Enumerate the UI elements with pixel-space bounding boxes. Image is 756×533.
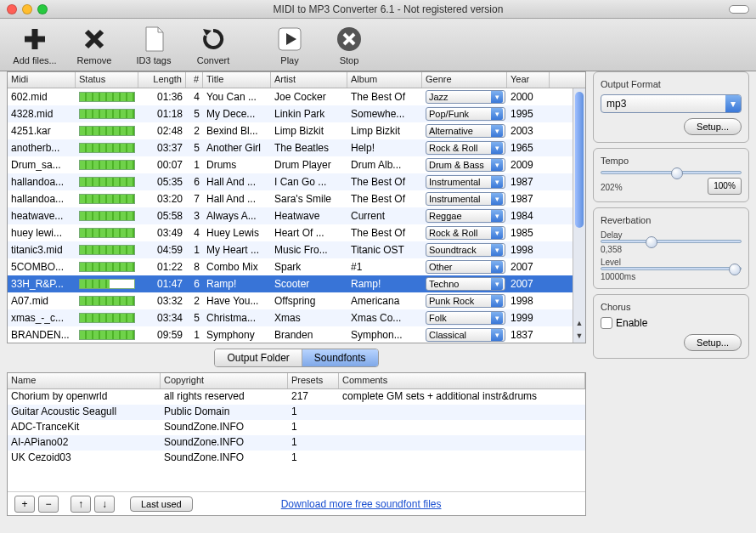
sf-col-name[interactable]: Name bbox=[8, 373, 161, 388]
cell-num: 1 bbox=[186, 243, 203, 257]
cell-year: 1998 bbox=[507, 243, 550, 257]
col-artist[interactable]: Artist bbox=[271, 72, 347, 88]
output-format-combo[interactable]: mp3 bbox=[601, 94, 742, 113]
remove-button[interactable]: Remove bbox=[70, 25, 119, 65]
chorus-setup-button[interactable]: Setup... bbox=[684, 334, 742, 351]
cell-artist: Limp Bizkit bbox=[271, 124, 347, 138]
cell-midi: A07.mid bbox=[8, 294, 76, 308]
table-row[interactable]: 602.mid01:364You Can ...Joe CockerThe Be… bbox=[8, 88, 585, 105]
tempo-reset-button[interactable]: 100% bbox=[708, 178, 742, 195]
table-row[interactable]: 33H_R&P...01:476Ramp!ScooterRamp!Techno2… bbox=[8, 275, 585, 292]
cell-status bbox=[76, 261, 138, 273]
table-row[interactable]: BRANDEN...09:591SymphonyBrandenSymphon..… bbox=[8, 326, 585, 343]
soundfont-row[interactable]: AI-APiano02SoundZone.INFO1 bbox=[8, 435, 585, 451]
genre-combo[interactable]: Folk bbox=[426, 311, 505, 325]
sf-col-presets[interactable]: Presets bbox=[288, 373, 339, 388]
id3-tags-button[interactable]: ID3 tags bbox=[129, 25, 178, 65]
genre-combo[interactable]: Instrumental bbox=[426, 175, 505, 189]
toolbar-toggle-button[interactable] bbox=[729, 5, 749, 14]
stop-button[interactable]: Stop bbox=[324, 25, 374, 65]
tab-output-folder[interactable]: Output Folder bbox=[215, 349, 302, 366]
sf-move-down-button[interactable]: ↓ bbox=[94, 496, 115, 513]
output-setup-button[interactable]: Setup... bbox=[684, 118, 742, 135]
table-row[interactable]: heatwave...05:583Always A...HeatwaveCurr… bbox=[8, 207, 585, 224]
sf-remove-button[interactable]: − bbox=[38, 496, 59, 513]
cell-year: 2000 bbox=[507, 90, 550, 104]
cell-num: 5 bbox=[186, 107, 203, 121]
cell-length: 01:47 bbox=[138, 277, 186, 291]
zoom-button[interactable] bbox=[37, 4, 48, 14]
cell-album: #1 bbox=[347, 260, 422, 274]
genre-combo[interactable]: Drum & Bass bbox=[426, 158, 505, 172]
genre-combo[interactable]: Rock & Roll bbox=[426, 226, 505, 240]
reverb-delay-slider[interactable] bbox=[601, 240, 742, 243]
table-row[interactable]: xmas_-_c...03:345Christma...XmasXmas Co.… bbox=[8, 309, 585, 326]
scrollbar-thumb[interactable] bbox=[575, 92, 584, 228]
cell-title: Hall And ... bbox=[203, 175, 271, 189]
sf-col-comments[interactable]: Comments bbox=[339, 373, 585, 388]
cell-num: 1 bbox=[186, 328, 203, 342]
download-soundfonts-link[interactable]: Download more free soundfont files bbox=[281, 498, 442, 510]
cell-album: Limp Bizkit bbox=[347, 124, 422, 138]
col-year[interactable]: Year bbox=[507, 72, 550, 88]
sf-add-button[interactable]: + bbox=[14, 496, 35, 513]
col-length[interactable]: Length bbox=[138, 72, 186, 88]
reverb-level-slider[interactable] bbox=[601, 267, 742, 270]
genre-combo[interactable]: Classical bbox=[426, 328, 505, 342]
cell-num: 4 bbox=[186, 226, 203, 240]
tempo-slider[interactable] bbox=[601, 171, 742, 174]
soundfont-row[interactable]: ADC-TranceKitSoundZone.INFO1 bbox=[8, 420, 585, 435]
col-midi[interactable]: Midi bbox=[8, 72, 76, 88]
genre-combo[interactable]: Other bbox=[426, 260, 505, 274]
bottom-tabs: Output Folder Soundfonts bbox=[214, 349, 378, 367]
scroll-down-icon[interactable]: ▼ bbox=[573, 330, 585, 343]
play-icon bbox=[275, 25, 304, 54]
genre-combo[interactable]: Techno bbox=[426, 277, 505, 291]
play-button[interactable]: Play bbox=[265, 25, 314, 65]
sf-move-up-button[interactable]: ↑ bbox=[71, 496, 91, 513]
col-num[interactable]: # bbox=[186, 72, 203, 88]
genre-combo[interactable]: Soundtrack bbox=[426, 243, 505, 257]
table-row[interactable]: huey lewi...03:494Huey LewisHeart Of ...… bbox=[8, 224, 585, 241]
tab-soundfonts[interactable]: Soundfonts bbox=[302, 349, 378, 366]
last-used-button[interactable]: Last used bbox=[130, 496, 193, 512]
table-row[interactable]: 4328.mid01:185My Dece...Linkin ParkSomew… bbox=[8, 105, 585, 122]
sf-col-copyright[interactable]: Copyright bbox=[161, 373, 288, 388]
table-scrollbar[interactable]: ▲ ▼ bbox=[573, 88, 585, 343]
minimize-button[interactable] bbox=[22, 4, 32, 14]
soundfont-row[interactable]: UK Cezoid03SoundZone.INFO1 bbox=[8, 451, 585, 466]
cell-status bbox=[76, 142, 138, 154]
cell-num: 2 bbox=[186, 124, 203, 138]
soundfont-row[interactable]: Chorium by openwrldall rights reserved21… bbox=[8, 389, 585, 405]
chorus-enable-checkbox[interactable]: Enable bbox=[601, 317, 742, 329]
midi-file-table: Midi Status Length # Title Artist Album … bbox=[7, 71, 586, 343]
genre-combo[interactable]: Instrumental bbox=[426, 192, 505, 206]
col-title[interactable]: Title bbox=[203, 72, 271, 88]
table-row[interactable]: titanic3.mid04:591My Heart ...Music Fro.… bbox=[8, 241, 585, 258]
table-row[interactable]: 4251.kar02:482Bexind Bl...Limp BizkitLim… bbox=[8, 122, 585, 139]
genre-combo[interactable]: Reggae bbox=[426, 209, 505, 223]
table-row[interactable]: 5COMBO...01:228Combo MixSpark#1Other2007 bbox=[8, 258, 585, 275]
soundfont-row[interactable]: Guitar Acoustic SeagullPublic Domain1 bbox=[8, 405, 585, 420]
table-row[interactable]: hallandoa...03:207Hall And ...Sara's Smi… bbox=[8, 190, 585, 207]
col-genre[interactable]: Genre bbox=[422, 72, 507, 88]
genre-combo[interactable]: Alternative bbox=[426, 124, 505, 138]
cell-title: Always A... bbox=[203, 209, 271, 223]
table-row[interactable]: Drum_sa...00:071DrumsDrum PlayerDrum Alb… bbox=[8, 156, 585, 173]
convert-button[interactable]: Convert bbox=[189, 25, 238, 65]
cell-genre: Folk bbox=[422, 310, 507, 326]
col-status[interactable]: Status bbox=[76, 72, 138, 88]
genre-combo[interactable]: Rock & Roll bbox=[426, 141, 505, 155]
genre-combo[interactable]: Punk Rock bbox=[426, 294, 505, 308]
cell-genre: Jazz bbox=[422, 89, 507, 105]
genre-combo[interactable]: Jazz bbox=[426, 90, 505, 104]
genre-combo[interactable]: Pop/Funk bbox=[426, 107, 505, 121]
close-button[interactable] bbox=[7, 4, 17, 14]
table-row[interactable]: anotherb...03:375Another GirlThe Beatles… bbox=[8, 139, 585, 156]
scroll-up-icon[interactable]: ▲ bbox=[573, 317, 585, 330]
table-row[interactable]: A07.mid03:322Have You...OffspringAmerica… bbox=[8, 292, 585, 309]
table-row[interactable]: hallandoa...05:356Hall And ...I Can Go .… bbox=[8, 173, 585, 190]
toolbar: Add files... Remove ID3 tags Convert Pla… bbox=[0, 19, 756, 71]
add-files-button[interactable]: Add files... bbox=[10, 25, 59, 65]
col-album[interactable]: Album bbox=[347, 72, 422, 88]
